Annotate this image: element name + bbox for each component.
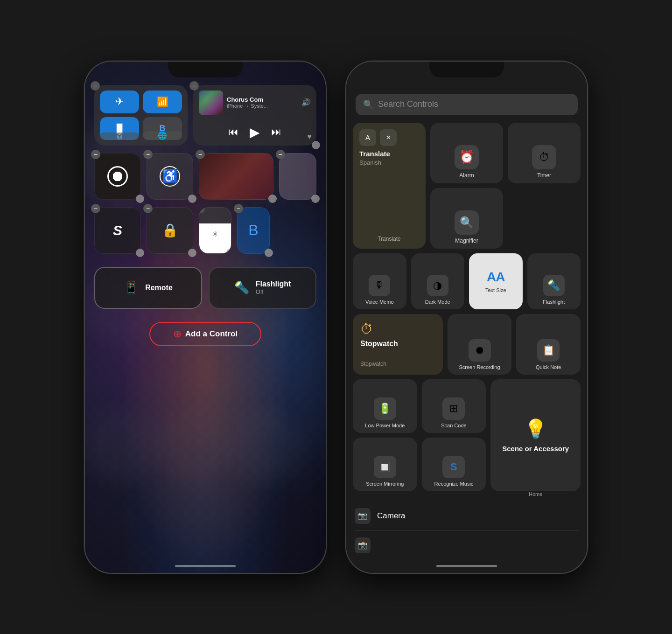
phone-1: ✈ 📶 ▐▌ B ◎ 🌐 (84, 61, 327, 574)
record-tile[interactable]: ⏺ (94, 153, 141, 200)
brightness-icon: ☀ (211, 229, 219, 239)
row-2: ⏺ ♿ (94, 153, 316, 200)
text-size-tile[interactable]: AA Text Size (469, 253, 523, 309)
scene-icon: 💡 (524, 418, 547, 440)
scene-label: Scene or Accessory (502, 445, 569, 453)
music-block[interactable]: Chorus Com iPhone → Syste... 🔊 ⏮ ▶ ⏭ ♥ (193, 85, 316, 146)
prev-button[interactable]: ⏮ (228, 126, 238, 138)
nfc-tile[interactable]: ◎ (100, 132, 139, 140)
alarm-tile[interactable]: ⏰ Alarm (430, 123, 503, 183)
accessibility-icon: ♿ (160, 166, 180, 187)
blue-tile[interactable]: B (237, 207, 270, 254)
drag-handle-record[interactable] (136, 195, 144, 203)
low-power-tile[interactable]: 🔋 Low Power Mode (353, 379, 417, 433)
remove-shazam[interactable] (91, 204, 100, 213)
recognize-music-tile[interactable]: S Recognize Music (422, 438, 486, 491)
remote-label: Remote (145, 284, 173, 292)
color-block-tile[interactable] (199, 153, 273, 200)
drag-handle-lock[interactable] (188, 249, 196, 257)
remove-color[interactable] (196, 150, 205, 159)
remove-flashlight[interactable] (84, 61, 91, 67)
scene-accessory-tile[interactable]: 💡 Scene or Accessory (490, 379, 581, 491)
drag-handle-access[interactable] (188, 195, 196, 203)
next-button[interactable]: ⏭ (271, 126, 281, 138)
translate-icons: A ✕ (359, 129, 419, 146)
remove-pink[interactable] (276, 150, 285, 159)
music-controls: ⏮ ▶ ⏭ (199, 125, 311, 140)
wifi-tile[interactable]: 📶 (143, 91, 182, 113)
home-label-row: Home (353, 491, 581, 497)
nfc-icon: ◎ (117, 132, 122, 140)
magnifier-tile[interactable]: 🔍 Magnifier (430, 188, 503, 249)
timer-icon: ⏱ (532, 145, 556, 169)
remove-brightness[interactable] (199, 207, 205, 213)
add-icon: ⊕ (173, 328, 182, 340)
wifi-icon: 📶 (157, 96, 168, 107)
shazam-icon: S (113, 223, 122, 238)
brightness-tile[interactable]: ☀ (199, 207, 231, 254)
globe-tile[interactable]: 🌐 (143, 131, 182, 140)
recognize-music-icon: S (442, 456, 465, 478)
flashlight-label: Flashlight (256, 280, 291, 288)
add-control-button[interactable]: ⊕ Add a Control (149, 322, 261, 346)
camera2-list-icon: 📸 (355, 537, 371, 553)
magnifier-label: Magnifier (455, 237, 478, 244)
remove-blue-tile[interactable] (234, 204, 243, 213)
screen-mirror-label: Screen Mirroring (366, 481, 404, 487)
play-button[interactable]: ▶ (250, 125, 260, 140)
voice-memo-label: Voice Memo (365, 299, 394, 305)
pink-tile[interactable] (279, 153, 316, 200)
lock-tile[interactable]: 🔒 (147, 207, 193, 254)
flashlight-icon: 🔦 (234, 280, 249, 295)
text-size-label: Text Size (485, 287, 506, 293)
drag-handle-color[interactable] (268, 195, 277, 203)
remote-icon: 📱 (124, 280, 139, 295)
search-placeholder: Search Controls (378, 99, 438, 109)
drag-handle-blue[interactable] (265, 249, 273, 257)
accessibility-tile[interactable]: ♿ (147, 153, 193, 200)
voice-memo-tile[interactable]: 🎙 Voice Memo (353, 253, 406, 309)
drag-handle-pink[interactable] (311, 195, 320, 203)
alarm-label: Alarm (459, 172, 474, 179)
drag-handle-shazam[interactable] (136, 249, 144, 257)
controls-scroll-area[interactable]: A ✕ Translate Spanish Translate ⏰ Alarm … (346, 123, 587, 560)
screen-rec-icon: ⏺ (469, 339, 491, 362)
remove-music[interactable] (189, 81, 199, 91)
remove-lock[interactable] (143, 204, 153, 213)
flashlight-sublabel: Off (256, 288, 291, 295)
camera2-list-item[interactable]: 📸 (355, 531, 579, 560)
translate-icon-a: A (359, 129, 376, 146)
airplane-tile[interactable]: ✈ (100, 91, 139, 113)
remove-record[interactable] (91, 150, 100, 159)
network-block[interactable]: ✈ 📶 ▐▌ B ◎ 🌐 (94, 85, 188, 146)
music-album-art (199, 91, 223, 115)
quick-note-tile[interactable]: 📋 Quick Note (516, 314, 581, 375)
translate-icon-x: ✕ (380, 129, 397, 146)
stopwatch-title: Stopwatch (360, 340, 398, 348)
drag-handle-music[interactable] (312, 141, 320, 149)
translate-tile[interactable]: A ✕ Translate Spanish Translate (353, 123, 426, 249)
timer-tile[interactable]: ⏱ Timer (508, 123, 581, 183)
flashlight-ctrl-tile[interactable]: 🔦 Flashlight (527, 253, 581, 309)
search-bar[interactable]: 🔍 Search Controls (356, 94, 578, 115)
screen-rec-tile[interactable]: ⏺ Screen Recording (448, 314, 512, 375)
remove-access[interactable] (143, 150, 153, 159)
camera-list-item[interactable]: 📷 Camera (355, 502, 579, 531)
stopwatch-tile[interactable]: ⏱ Stopwatch Stopwatch (353, 314, 443, 375)
remove-network[interactable] (91, 81, 100, 91)
flashlight-tile[interactable]: 🔦 Flashlight Off (209, 267, 316, 309)
shazam-tile[interactable]: S (94, 207, 141, 254)
speaker-icon: 🔊 (301, 98, 311, 107)
screen-mirror-tile[interactable]: 🔲 Screen Mirroring (353, 438, 417, 491)
text-size-icon: AA (487, 270, 504, 285)
heart-button[interactable]: ♥ (308, 132, 312, 141)
drag-handle-flashlight[interactable] (321, 568, 327, 574)
scan-code-tile[interactable]: ⊞ Scan Code (422, 379, 486, 433)
notch-2 (429, 62, 504, 77)
cellular-icon: ▐▌ (113, 124, 126, 133)
remote-tile[interactable]: 📱 Remote (94, 267, 202, 309)
voice-memo-icon: 🎙 (369, 275, 390, 296)
music-subtitle: iPhone → Syste... (227, 103, 298, 109)
dark-mode-tile[interactable]: ◑ Dark Mode (411, 253, 465, 309)
dark-mode-icon: ◑ (427, 275, 448, 296)
